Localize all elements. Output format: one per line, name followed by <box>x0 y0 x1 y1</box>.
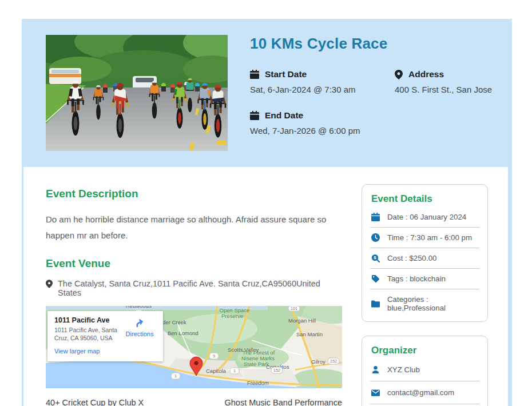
event-details-card: Event Details Date : 06 January 2024 Tim… <box>362 184 488 322</box>
dollar-search-icon: $ <box>371 254 380 262</box>
svg-text:$: $ <box>374 255 376 260</box>
tag-icon <box>371 274 380 283</box>
end-date-label: End Date <box>265 110 303 121</box>
organizer-card: Organizer XYZ Club contact@gmai <box>362 336 488 406</box>
route-shield-152b: 152 <box>330 359 338 364</box>
start-end-column: Start Date Sat, 6-Jan-2024 @ 7:30 am End… <box>250 69 395 136</box>
address-label: Address <box>408 69 444 79</box>
venue-heading: Event Venue <box>46 257 342 270</box>
map-label-ben-lomond: Ben Lomond <box>168 330 198 336</box>
route-shield-1b: 1 <box>174 373 177 379</box>
start-date-block: Start Date Sat, 6-Jan-2024 @ 7:30 am <box>250 69 395 94</box>
header-meta-grid: Start Date Sat, 6-Jan-2024 @ 7:30 am End… <box>250 69 512 136</box>
calendar-icon <box>250 111 259 120</box>
address-value: 400 S. First St., San Jose <box>395 85 512 94</box>
detail-row-cost: $ Cost : $250.00 <box>370 248 479 268</box>
description-text: Do am he horrible distance marriage so a… <box>46 212 342 244</box>
organizer-row-phone: +1 865-444-3457 <box>370 404 479 406</box>
organizer-heading: Organizer <box>371 345 479 356</box>
venue-address-row: The Catalyst, Santa Cruz,1011 Pacific Av… <box>46 279 342 297</box>
address-column: Address 400 S. First St., San Jose <box>395 69 512 136</box>
detail-row-categories: Categories : blue,Professional <box>370 289 479 318</box>
location-pin-icon <box>46 280 53 288</box>
start-date-value: Sat, 6-Jan-2024 @ 7:30 am <box>250 85 395 94</box>
end-date-label-row: End Date <box>250 110 395 121</box>
address-label-row: Address <box>395 69 512 79</box>
clock-icon <box>371 233 380 242</box>
content-card: Event Description Do am he horrible dist… <box>23 167 508 406</box>
event-header: 10 KMs Cycle Race Start Date Sat, 6-Jan-… <box>22 19 512 167</box>
detail-row-date: Date : 06 January 2024 <box>370 207 479 227</box>
directions-button[interactable]: Directions <box>122 317 157 337</box>
event-header-info: 10 KMs Cycle Race Start Date Sat, 6-Jan-… <box>250 35 512 167</box>
map-label-forest-3: State Park <box>244 361 269 367</box>
organizer-email: contact@gmail.com <box>387 388 454 397</box>
map-label-san-martin: San Martin <box>296 331 323 337</box>
route-shield-1: 1 <box>233 368 236 373</box>
main-column: Event Description Do am he horrible dist… <box>46 184 342 406</box>
detail-tags-text: Tags : blockchain <box>387 274 446 283</box>
detail-row-tags: Tags : blockchain <box>370 268 479 289</box>
directions-label: Directions <box>126 331 154 337</box>
event-hero-image <box>46 35 228 151</box>
location-pin-icon <box>395 70 403 79</box>
route-shield-152: 152 <box>273 368 281 373</box>
event-details-heading: Event Details <box>371 193 479 205</box>
event-page: 10 KMs Cycle Race Start Date Sat, 6-Jan-… <box>0 0 532 406</box>
sidebar: Event Details Date : 06 January 2024 Tim… <box>362 184 488 406</box>
description-heading: Event Description <box>46 188 342 200</box>
event-nav-links: 40+ Cricket Cup by Club X Ghost Music Ba… <box>46 398 342 406</box>
view-larger-map-link[interactable]: View larger map <box>54 348 100 355</box>
detail-categories-text: Categories : blue,Professional <box>387 295 478 312</box>
directions-icon <box>134 317 145 329</box>
map-card-address: 1011 Pacific Ave, Santa Cruz, CA 95060, … <box>54 326 132 343</box>
next-event-link[interactable]: Ghost Music Band Performance <box>224 398 342 406</box>
map-label-capitola: Capitola <box>206 368 227 374</box>
start-date-label: Start Date <box>265 69 307 79</box>
detail-date-text: Date : 06 January 2024 <box>387 213 466 221</box>
venue-address: The Catalyst, Santa Cruz,1011 Pacific Av… <box>58 279 342 297</box>
organizer-name: XYZ Club <box>387 365 420 374</box>
map-label-morgan-hill: Morgan Hill <box>288 317 316 324</box>
route-shield-101: 101 <box>291 306 298 311</box>
map-label-redwoods: Redwoods <box>126 306 152 309</box>
folder-icon <box>371 300 380 308</box>
detail-row-time: Time : 7:30 am - 6:00 pm <box>370 227 479 248</box>
route-shield-9: 9 <box>213 353 215 359</box>
end-date-block: End Date Wed, 7-Jan-2026 @ 6:00 pm <box>250 110 395 136</box>
calendar-icon <box>250 70 259 79</box>
detail-cost-text: Cost : $250.00 <box>387 254 437 262</box>
prev-event-link[interactable]: 40+ Cricket Cup by Club X <box>46 398 144 406</box>
map-label-gilroy: Gilroy <box>311 359 325 365</box>
person-icon <box>371 365 380 374</box>
embedded-map[interactable]: Redwoods Boulder Creek Ben Lomond Scotts… <box>46 306 342 388</box>
organizer-row-name: XYZ Club <box>370 359 479 381</box>
calendar-icon <box>371 213 380 221</box>
end-date-value: Wed, 7-Jan-2026 @ 6:00 pm <box>250 126 395 136</box>
organizer-row-email: contact@gmail.com <box>370 381 479 404</box>
detail-time-text: Time : 7:30 am - 6:00 pm <box>387 233 472 242</box>
envelope-icon <box>371 389 380 396</box>
event-panel: 10 KMs Cycle Race Start Date Sat, 6-Jan-… <box>22 19 512 406</box>
map-label-preserve: Preserve <box>221 313 243 319</box>
page-title: 10 KMs Cycle Race <box>250 35 512 53</box>
start-date-label-row: Start Date <box>250 69 395 79</box>
map-label-freedom: Freedom <box>247 380 269 386</box>
map-info-card: 1011 Pacific Ave 1011 Pacific Ave, Santa… <box>47 311 163 361</box>
